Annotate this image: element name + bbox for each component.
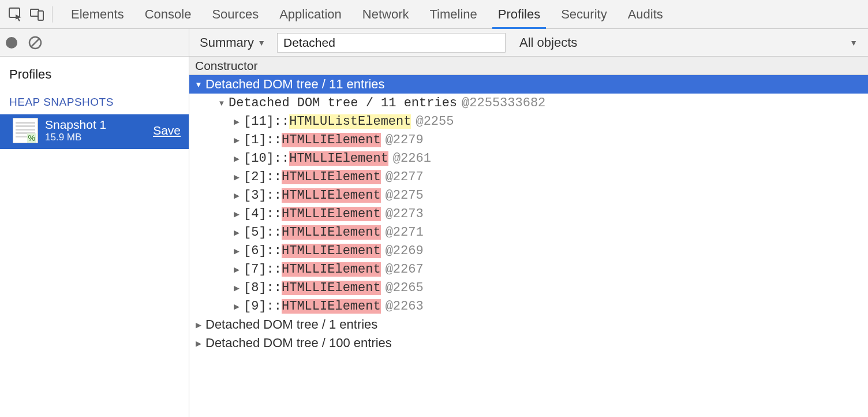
tree-item[interactable]: ▶[8] :: HTMLLIElement@2265 [189, 278, 868, 297]
disclosure-triangle-icon: ▶ [232, 228, 241, 237]
tree-item-type: HTMLLIElement [282, 225, 381, 240]
object-address: @2277 [386, 170, 424, 184]
object-address: @2279 [386, 133, 424, 147]
snapshot-name: Snapshot 1 [45, 118, 153, 132]
tree-item-index: [5] [244, 225, 267, 240]
tree-item-type: HTMLUListElement [289, 114, 411, 129]
view-dropdown-label: Summary [200, 35, 254, 50]
tree-row-label: Detached DOM tree / 100 entries [205, 336, 392, 351]
tab-audits[interactable]: Audits [618, 0, 674, 28]
tree-item-sep: :: [267, 225, 282, 240]
svg-line-4 [31, 39, 39, 47]
tree-group-expanded[interactable]: ▼Detached DOM tree / 11 entries@22553336… [189, 94, 868, 112]
disclosure-triangle-icon: ▶ [232, 191, 241, 200]
tree-item-type: HTMLLIElement [282, 299, 381, 314]
tree-item-sep: :: [274, 151, 289, 166]
disclosure-triangle-icon: ▼ [194, 80, 203, 89]
disclosure-triangle-icon: ▶ [232, 173, 241, 181]
objects-dropdown[interactable]: All objects ▼ [516, 35, 861, 50]
tab-elements[interactable]: Elements [61, 0, 134, 28]
heap-tree: ▼Detached DOM tree / 11 entries▼Detached… [189, 75, 868, 417]
tab-security[interactable]: Security [551, 0, 617, 28]
tree-item-index: [3] [244, 188, 267, 203]
device-mode-icon[interactable] [27, 4, 47, 25]
class-filter-input[interactable] [277, 33, 506, 53]
tree-item-index: [10] [244, 151, 274, 166]
profiles-title: Profiles [0, 62, 189, 91]
view-dropdown[interactable]: Summary ▼ [196, 35, 269, 50]
tree-item[interactable]: ▶[10] :: HTMLLIElement@2261 [189, 149, 868, 167]
tab-sources[interactable]: Sources [201, 0, 269, 28]
tree-item-index: [9] [244, 299, 267, 314]
object-address: @2261 [393, 151, 431, 166]
tree-item[interactable]: ▶[5] :: HTMLLIElement@2271 [189, 223, 868, 241]
snapshot-save-link[interactable]: Save [153, 124, 181, 137]
disclosure-triangle-icon: ▶ [232, 136, 241, 144]
objects-dropdown-label: All objects [519, 35, 577, 50]
snapshot-icon [13, 118, 38, 143]
object-address: @2275 [386, 188, 424, 203]
object-address: @2265 [386, 281, 424, 295]
tree-item-type: HTMLLIElement [289, 151, 388, 166]
tab-timeline[interactable]: Timeline [419, 0, 487, 28]
tab-profiles[interactable]: Profiles [488, 0, 551, 28]
chevron-down-icon: ▼ [850, 38, 858, 47]
record-icon[interactable] [6, 37, 17, 49]
tree-item-sep: :: [267, 133, 282, 147]
disclosure-triangle-icon: ▶ [232, 154, 241, 163]
clear-icon[interactable] [28, 35, 43, 50]
tree-item[interactable]: ▶[11] :: HTMLUListElement@2255 [189, 112, 868, 131]
object-address: @2255 [416, 114, 454, 129]
tree-item-sep: :: [267, 188, 282, 203]
tree-item[interactable]: ▶[3] :: HTMLLIElement@2275 [189, 186, 868, 204]
snapshot-size: 15.9 MB [45, 132, 153, 143]
tree-item[interactable]: ▶[9] :: HTMLLIElement@2263 [189, 297, 868, 315]
disclosure-triangle-icon: ▼ [217, 99, 226, 107]
disclosure-triangle-icon: ▶ [232, 284, 241, 292]
tree-item[interactable]: ▶[7] :: HTMLLIElement@2267 [189, 260, 868, 278]
tree-item-type: HTMLLIElement [282, 133, 381, 147]
main-toolbar: Summary ▼ All objects ▼ [189, 29, 868, 57]
tree-item-index: [1] [244, 133, 267, 147]
tree-item-type: HTMLLIElement [282, 244, 381, 258]
profiles-sidebar: Profiles HEAP SNAPSHOTS Snapshot 1 15.9 … [0, 29, 189, 417]
tree-group-collapsed[interactable]: ▶Detached DOM tree / 1 entries [189, 315, 868, 334]
tree-item[interactable]: ▶[1] :: HTMLLIElement@2279 [189, 131, 868, 149]
tree-item-index: [2] [244, 170, 267, 184]
tree-group-collapsed[interactable]: ▶Detached DOM tree / 100 entries [189, 334, 868, 352]
disclosure-triangle-icon: ▶ [232, 265, 241, 274]
tree-row-label: Detached DOM tree / 1 entries [205, 317, 377, 332]
tree-item-sep: :: [267, 262, 282, 277]
tab-application[interactable]: Application [269, 0, 352, 28]
tree-item-type: HTMLLIElement [282, 262, 381, 277]
sidebar-toolbar [0, 29, 189, 57]
disclosure-triangle-icon: ▶ [232, 210, 241, 218]
tab-network[interactable]: Network [352, 0, 420, 28]
tree-item-index: [6] [244, 244, 267, 258]
tree-item-index: [11] [244, 114, 274, 129]
object-address: @2273 [386, 207, 424, 221]
inspect-element-icon[interactable] [6, 4, 27, 25]
devtools-tabstrip: ElementsConsoleSourcesApplicationNetwork… [0, 0, 868, 29]
svg-rect-1 [31, 9, 39, 16]
chevron-down-icon: ▼ [257, 38, 265, 47]
tree-row-label: Detached DOM tree / 11 entries [229, 96, 457, 110]
tree-item-type: HTMLLIElement [282, 188, 381, 203]
object-address: @2271 [386, 225, 424, 240]
tree-item-sep: :: [267, 207, 282, 221]
tree-item[interactable]: ▶[6] :: HTMLLIElement@2269 [189, 241, 868, 260]
tree-item[interactable]: ▶[2] :: HTMLLIElement@2277 [189, 167, 868, 186]
tree-item[interactable]: ▶[4] :: HTMLLIElement@2273 [189, 204, 868, 223]
tree-item-type: HTMLLIElement [282, 207, 381, 221]
heap-snapshots-label: HEAP SNAPSHOTS [0, 91, 189, 114]
sidebar-body: Profiles HEAP SNAPSHOTS Snapshot 1 15.9 … [0, 57, 189, 417]
main-panel: Summary ▼ All objects ▼ Constructor ▼Det… [189, 29, 868, 417]
snapshot-item[interactable]: Snapshot 1 15.9 MB Save [0, 114, 189, 149]
column-header-constructor[interactable]: Constructor [189, 57, 868, 75]
tree-item-type: HTMLLIElement [282, 170, 381, 184]
tree-item-type: HTMLLIElement [282, 281, 381, 295]
tab-console[interactable]: Console [134, 0, 202, 28]
tree-item-sep: :: [267, 281, 282, 295]
tree-group-selected[interactable]: ▼Detached DOM tree / 11 entries [189, 75, 868, 94]
disclosure-triangle-icon: ▶ [232, 247, 241, 255]
